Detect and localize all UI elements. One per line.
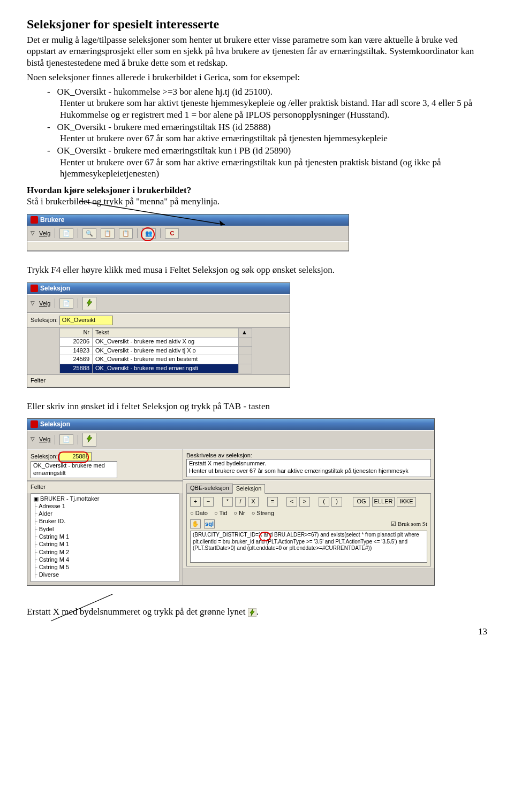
radio-streng[interactable]: ○ Streng: [252, 510, 274, 517]
op-button[interactable]: ELLER: [372, 497, 395, 507]
desc-text: Erstatt X med bydelsnummer. Henter ut br…: [186, 459, 431, 477]
op-button[interactable]: −: [203, 497, 214, 507]
intro-paragraph-2: Noen seleksjoner finnes allerede i bruke…: [27, 72, 487, 83]
op-button[interactable]: >: [299, 497, 310, 507]
svg-line-0: [80, 201, 225, 225]
bruk-checkbox[interactable]: ☑ Bruk som St: [391, 520, 427, 528]
toolbar-button[interactable]: 📄: [59, 298, 73, 309]
page-heading: Seleksjoner for spesielt interesserte: [27, 16, 487, 32]
op-button[interactable]: +: [190, 497, 201, 507]
table-row[interactable]: 14923OK_Oversikt - brukere med aktiv tj …: [60, 346, 252, 355]
window-title: Seleksjon: [40, 420, 70, 428]
op-button[interactable]: OG: [353, 497, 370, 507]
table-row[interactable]: 20206OK_Oversikt - brukere med aktiv X o…: [60, 337, 252, 346]
col-nr: Nr: [60, 328, 93, 338]
lightning-icon: [248, 608, 256, 617]
desc-label: Beskrivelse av seleksjon:: [186, 452, 252, 458]
tab-line: Eller skriv inn ønsket id i feltet Selek…: [27, 401, 487, 412]
app-icon: [31, 420, 38, 428]
f4-line: Trykk F4 eller høyre klikk med musa i Fe…: [27, 264, 487, 275]
section-how-title: Hvordan kjøre seleksjoner i brukerbildet…: [27, 185, 191, 195]
op-button[interactable]: =: [267, 497, 278, 507]
intro-paragraph-1: Det er mulig å lage/tilpasse seleksjoner…: [27, 34, 487, 68]
svg-marker-3: [87, 435, 92, 442]
radio-nr[interactable]: ○ Nr: [233, 510, 245, 517]
table-row[interactable]: 24569OK_Oversikt - brukere med en bestem…: [60, 355, 252, 364]
op-button[interactable]: <: [286, 497, 297, 507]
list-item: - OK_Oversikt - brukere med ernæringstil…: [47, 145, 487, 179]
velg-menu[interactable]: Velg: [39, 436, 50, 443]
list-item: - OK_Oversikt - brukere med ernæringstil…: [47, 121, 487, 144]
radio-tid[interactable]: ○ Tid: [214, 510, 227, 517]
tab-qbe[interactable]: QBE-seleksjon: [186, 484, 233, 493]
screenshot-seleksjon-editor: Seleksjon ▽ Velg 📄 Seleksjon: 25888 OK_O…: [27, 418, 435, 586]
sql-text[interactable]: (BRU.CITY_DISTRICT_ID=X and BRU.ALDER>=6…: [190, 531, 427, 563]
toolbar-button[interactable]: 📄: [59, 434, 73, 445]
lightning-icon[interactable]: [82, 297, 96, 311]
op-button[interactable]: IKKE: [397, 497, 416, 507]
sql-icon[interactable]: sql: [204, 519, 215, 529]
seleksjon-name: OK_Oversikt - brukere med ernæringstilt: [31, 461, 117, 478]
col-tekst: Tekst: [93, 328, 239, 338]
op-button[interactable]: X: [248, 497, 259, 507]
lightning-icon[interactable]: [82, 433, 96, 447]
screenshot-seleksjon-list: Seleksjon ▽ Velg 📄 Seleksjon: OK_Oversik…: [27, 282, 290, 388]
window-title: Seleksjon: [40, 285, 70, 293]
page-number: 13: [27, 626, 487, 637]
toolbar-button[interactable]: 📄: [59, 228, 73, 239]
dropdown-icon[interactable]: ▽: [31, 436, 35, 443]
svg-marker-2: [87, 299, 92, 307]
velg-menu[interactable]: Velg: [39, 300, 50, 308]
seleksjon-label: Seleksjon:: [31, 453, 58, 459]
app-icon: [31, 216, 38, 224]
op-button[interactable]: *: [222, 497, 233, 507]
felter-label: Felter: [31, 484, 46, 490]
app-icon: [31, 285, 38, 292]
radio-dato[interactable]: ○ Dato: [190, 510, 208, 517]
op-button[interactable]: /: [235, 497, 246, 507]
dropdown-icon[interactable]: ▽: [31, 230, 35, 237]
seleksjon-input[interactable]: OK_Oversikt: [59, 316, 113, 325]
svg-line-4: [51, 594, 260, 621]
hand-icon[interactable]: ✋: [190, 519, 201, 529]
table-row-selected[interactable]: 25888OK_Oversikt - brukere med ernærings…: [60, 364, 252, 373]
op-button[interactable]: ): [331, 497, 342, 507]
op-button[interactable]: (: [319, 497, 329, 507]
tab-seleksjon[interactable]: Seleksjon: [232, 484, 266, 494]
list-item: - OK_Oversikt - hukommelse >=3 bor alene…: [47, 86, 487, 120]
field-tree[interactable]: ▣ BRUKER - Tj.mottaker Adresse 1 Alder B…: [31, 493, 179, 582]
seleksjon-label: Seleksjon:: [31, 317, 58, 323]
dropdown-icon[interactable]: ▽: [31, 300, 35, 307]
felter-label: Felter: [31, 377, 46, 384]
seleksjon-id-input[interactable]: 25888: [59, 452, 92, 462]
window-title: Brukere: [40, 216, 64, 224]
velg-menu[interactable]: Velg: [39, 230, 50, 238]
